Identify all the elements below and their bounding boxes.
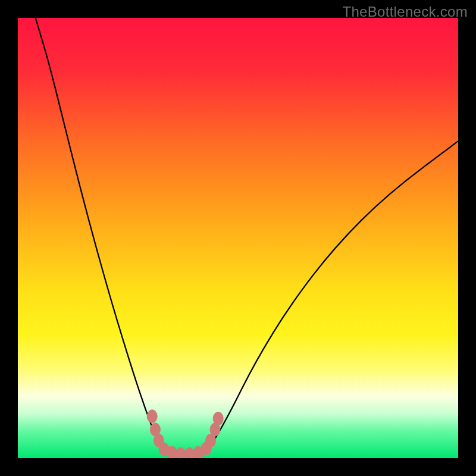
chart-frame: TheBottleneck.com	[0, 0, 476, 476]
chart-svg	[18, 18, 458, 458]
curve-marker	[147, 410, 157, 423]
curve-marker	[167, 446, 177, 458]
plot-area	[18, 18, 458, 458]
gradient-background	[18, 18, 458, 458]
curve-marker	[213, 412, 223, 425]
